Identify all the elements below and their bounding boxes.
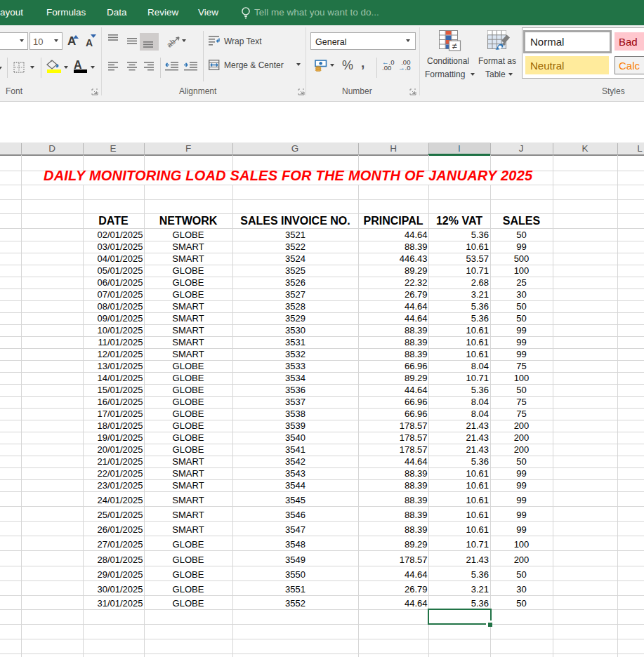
svg-text:≠: ≠ bbox=[452, 41, 457, 51]
svg-text:ab: ab bbox=[166, 37, 177, 48]
